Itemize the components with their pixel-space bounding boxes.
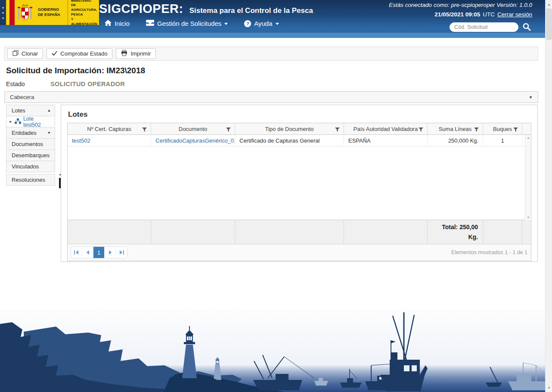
sidebar-lotes-label: Lotes [12,107,25,114]
filter-icon[interactable] [226,127,231,133]
content-area: Lotes ▲ ► Lote test502 Entidades ▼ Docum… [4,105,538,262]
app-title: SIGCPIOPER: [99,2,183,16]
column-header-buques[interactable]: Buques [483,123,522,134]
estado-row: Estado SOLICITUD OPERADOR [6,81,538,88]
page-title: Solicitud de Importación: IM23\2018 [6,66,538,75]
column-label: Documento [179,126,207,132]
last-page-button[interactable] [116,247,127,258]
footer-cell [235,220,344,244]
footer-cell [344,220,428,244]
app-header: ★★★ GOBIERNO DE ESPAÑA MINISTERIO DE AGR… [0,0,545,38]
prev-page-button[interactable] [82,247,93,258]
main-nav: Inicio Gestión de Solicitudes ? Ayuda [105,20,279,27]
nav-gestion-solicitudes[interactable]: Gestión de Solicitudes [146,20,228,27]
inbox-icon [146,20,154,27]
app-title-row: SIGCPIOPER: Sistema para el Control de l… [99,2,313,16]
sidebar: Lotes ▲ ► Lote test502 Entidades ▼ Docum… [6,105,55,262]
filter-icon[interactable] [419,127,423,133]
scroll-up-icon[interactable]: ▲ [525,136,531,139]
filter-icon[interactable] [335,127,340,133]
cell-suma: 250,000 Kg. [428,135,483,146]
filter-icon[interactable] [142,127,147,133]
table-scrollbar[interactable]: ▲ ▼ [525,135,531,220]
scroll-up-icon[interactable]: ▲ [546,1,552,8]
footer-cell [68,220,151,244]
footer-cell [483,220,522,244]
sidebar-item-lotes[interactable]: Lotes ▲ [6,105,55,116]
page-number-button[interactable]: 1 [93,247,105,258]
cell-tipo: Certificado de Capturas General [235,135,344,146]
sidebar-item-entidades[interactable]: Entidades ▼ [6,127,55,139]
search-input[interactable] [450,22,518,32]
chevron-down-icon: ▼ [529,95,533,100]
logout-link[interactable]: Cerrar sesión [497,11,532,18]
pager: 1 [71,246,127,258]
datetime: 21/05/2021 09:05 [434,11,480,18]
search-icon [522,26,531,32]
imprimir-label: Imprimir [130,50,151,57]
cell-pais: ESPAÑA [344,135,428,146]
lotes-table: Nº Cert. Capturas Documento Tipo de Docu… [67,123,531,261]
column-header-documento[interactable]: Documento [151,123,235,134]
estado-label: Estado [6,81,50,87]
status-badge: SOLICITUD OPERADOR [50,81,125,87]
scroll-down-icon[interactable]: ▼ [546,384,552,391]
table-row: test502 CertificadoCapturasGenérico_01..… [68,135,531,146]
column-label: Tipo de Documento [265,126,314,132]
cabecera-dropdown[interactable]: Cabecera ▼ [4,91,538,103]
session-text: Estás conectado como: pre-scpioperoper V… [389,2,532,8]
gobierno-logo: ★★★ GOBIERNO DE ESPAÑA MINISTERIO DE AGR… [0,0,99,25]
total-label: Total: 250,00 Kg. [428,220,483,244]
sidebar-item-desembarques[interactable]: Desembarques [6,149,55,161]
column-header-cert[interactable]: Nº Cert. Capturas [68,123,151,134]
filter-icon[interactable] [513,127,518,133]
search-button[interactable] [522,22,531,32]
pager-info: Elementos mostrados 1 - 1 de 1 [451,249,527,255]
sidebar-item-resoluciones[interactable]: Resoluciones [6,174,55,186]
harbor-silhouette-illustration [0,310,545,392]
filter-icon[interactable] [474,127,479,133]
scrollbar-thumb[interactable] [546,9,552,40]
cabecera-label: Cabecera [10,94,34,100]
nav-inicio[interactable]: Inicio [105,20,130,27]
search-box [450,22,518,32]
collapse-arrow-icon: ◄ [58,173,62,177]
ministry-label: MINISTERIO DE AGRICULTURA, PESCA Y ALIME… [68,0,99,25]
cell-buques: 1 [483,135,522,146]
sidebar-item-documentos[interactable]: Documentos [6,138,55,150]
table-header-row: Nº Cert. Capturas Documento Tipo de Docu… [68,123,531,135]
cell-cert-link[interactable]: test502 [68,135,151,146]
first-page-button[interactable] [71,247,82,258]
clonar-button[interactable]: Clonar [7,48,43,59]
app-subtitle: Sistema para el Control de la Pesca [189,6,313,15]
table-footer-row: Total: 250,00 Kg. [68,220,531,244]
sidebar-collapse-handle[interactable]: ◄ [58,173,62,188]
nav-ayuda[interactable]: ? Ayuda [244,20,279,27]
imprimir-button[interactable]: Imprimir [116,48,156,59]
column-header-tipo[interactable]: Tipo de Documento [235,123,344,134]
sidebar-item-lote-test502[interactable]: ► Lote test502 [6,116,55,128]
footer-scroll-stub [522,220,528,244]
spain-coat-of-arms [15,0,35,25]
expand-arrow-icon[interactable]: ► [9,120,12,124]
cell-documento-link[interactable]: CertificadoCapturasGenérico_01... [151,135,235,146]
sidebar-item-vinculados[interactable]: Vinculados [6,161,55,172]
next-page-button[interactable] [105,247,116,258]
nav-gestion-label: Gestión de Solicitudes [157,20,221,27]
lotes-panel: Lotes Nº Cert. Capturas Documento Tipo d… [61,105,538,262]
clone-icon [12,50,19,57]
page-scrollbar[interactable]: ▲ ▼ [545,0,552,392]
column-label: Buques [493,126,512,132]
government-label: GOBIERNO DE ESPAÑA [35,0,68,25]
triangle-up-icon: ▲ [47,109,51,112]
triangle-down-icon: ▼ [47,131,51,135]
resize-grip[interactable] [59,178,61,188]
footer-cell [151,220,235,244]
datetime-row: 21/05/2021 09:05 UTC Cerrar sesión [434,11,532,18]
comprobar-estado-button[interactable]: Comprobar Estado [47,48,112,59]
scroll-down-icon[interactable]: ▼ [525,216,531,219]
column-header-pais[interactable]: País Autoridad Validadora [344,123,428,134]
timezone-label: UTC [483,11,495,18]
column-header-suma[interactable]: Suma Líneas [428,123,483,134]
column-label: País Autoridad Validadora [354,126,418,132]
